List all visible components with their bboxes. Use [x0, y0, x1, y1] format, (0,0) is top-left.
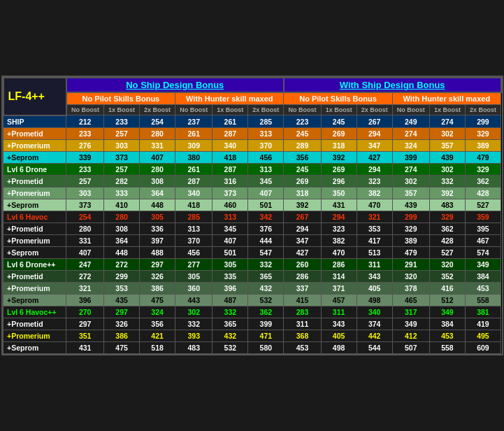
- row-label: +Promerium: [3, 330, 66, 341]
- title-cell: LF-4++: [3, 78, 66, 115]
- data-cell: 349: [465, 258, 501, 270]
- data-cell: 347: [284, 234, 321, 246]
- data-cell: 313: [248, 127, 284, 139]
- data-cell: 254: [140, 115, 175, 128]
- data-cell: 399: [392, 151, 429, 163]
- data-cell: 331: [140, 139, 175, 151]
- data-cell: 435: [104, 294, 140, 306]
- data-cell: 269: [321, 163, 357, 175]
- table-row: +Prometid2722993263053353652863143433203…: [3, 270, 501, 282]
- table-row: +Promerium351386421393432471368405442412…: [3, 330, 501, 341]
- data-cell: 498: [357, 294, 392, 306]
- table-row: +Prometid2803083363133453762943233533293…: [3, 222, 501, 234]
- data-cell: 448: [140, 199, 175, 211]
- row-label: +Seprom: [3, 199, 66, 211]
- row-label: +Seprom: [3, 151, 66, 163]
- data-cell: 285: [175, 211, 213, 222]
- data-cell: 527: [465, 199, 501, 211]
- data-cell: 294: [357, 163, 392, 175]
- data-cell: 313: [175, 222, 213, 234]
- data-cell: 483: [175, 341, 213, 353]
- data-cell: 274: [392, 163, 429, 175]
- data-cell: 487: [213, 294, 248, 306]
- data-cell: 287: [175, 175, 213, 187]
- data-cell: 285: [248, 115, 284, 128]
- data-cell: 313: [248, 163, 284, 175]
- data-cell: 574: [465, 246, 501, 258]
- data-cell: 274: [392, 127, 429, 139]
- data-cell: 532: [248, 294, 284, 306]
- data-cell: 261: [175, 163, 213, 175]
- data-cell: 544: [357, 341, 392, 353]
- boost-7: No Boost: [284, 105, 321, 115]
- row-label: +Prometid: [3, 270, 66, 282]
- table-row: SHIP212233254237261285223245267249274299: [3, 115, 501, 128]
- data-cell: 456: [175, 246, 213, 258]
- data-cell: 318: [321, 139, 357, 151]
- data-cell: 428: [465, 187, 501, 199]
- data-cell: 317: [392, 306, 429, 318]
- table-row: +Promerium321353386360396432337371405378…: [3, 282, 501, 294]
- data-cell: 331: [66, 234, 104, 246]
- data-cell: 501: [248, 199, 284, 211]
- table-row: +Promerium276303331309340370289318347324…: [3, 139, 501, 151]
- data-cell: 443: [175, 294, 213, 306]
- data-cell: 308: [104, 222, 140, 234]
- data-cell: 332: [429, 175, 465, 187]
- data-cell: 311: [357, 258, 392, 270]
- data-cell: 370: [175, 234, 213, 246]
- data-cell: 460: [213, 199, 248, 211]
- data-cell: 373: [104, 151, 140, 163]
- data-cell: 245: [284, 127, 321, 139]
- data-cell: 395: [465, 222, 501, 234]
- data-cell: 352: [429, 270, 465, 282]
- data-cell: 407: [140, 151, 175, 163]
- data-cell: 286: [284, 270, 321, 282]
- no-pilot-right: No Pilot Skills Bonus: [284, 92, 392, 105]
- data-cell: 267: [357, 115, 392, 128]
- data-cell: 294: [357, 127, 392, 139]
- table-row: +Seprom339373407380418456356392427399439…: [3, 151, 501, 163]
- row-label: +Prometid: [3, 175, 66, 187]
- boost-11: 1x Boost: [429, 105, 465, 115]
- data-cell: 336: [140, 222, 175, 234]
- data-cell: 470: [357, 199, 392, 211]
- data-cell: 287: [213, 163, 248, 175]
- data-cell: 396: [213, 282, 248, 294]
- data-cell: 340: [357, 306, 392, 318]
- no-pilot-left: No Pilot Skills Bonus: [66, 92, 175, 105]
- data-cell: 532: [213, 341, 248, 353]
- data-cell: 326: [104, 318, 140, 330]
- data-cell: 257: [104, 127, 140, 139]
- data-cell: 518: [140, 341, 175, 353]
- data-cell: 299: [392, 211, 429, 222]
- data-cell: 580: [248, 341, 284, 353]
- data-cell: 291: [392, 258, 429, 270]
- data-cell: 432: [248, 282, 284, 294]
- data-cell: 416: [429, 282, 465, 294]
- data-cell: 386: [104, 330, 140, 341]
- data-cell: 453: [429, 330, 465, 341]
- row-label: +Seprom: [3, 294, 66, 306]
- row-label: +Seprom: [3, 246, 66, 258]
- table-row: +Seprom396435475443487532415457498465512…: [3, 294, 501, 306]
- data-cell: 513: [357, 246, 392, 258]
- data-cell: 368: [284, 330, 321, 341]
- data-cell: 245: [284, 163, 321, 175]
- row-label: Lvl 6 Drone: [3, 163, 66, 175]
- data-cell: 297: [104, 306, 140, 318]
- data-cell: 364: [140, 187, 175, 199]
- data-cell: 261: [175, 127, 213, 139]
- data-cell: 374: [357, 318, 392, 330]
- data-cell: 233: [66, 127, 104, 139]
- data-cell: 360: [175, 282, 213, 294]
- data-cell: 418: [213, 151, 248, 163]
- data-cell: 314: [321, 270, 357, 282]
- data-cell: 427: [357, 151, 392, 163]
- data-cell: 257: [104, 163, 140, 175]
- data-cell: 212: [66, 115, 104, 128]
- data-cell: 318: [284, 187, 321, 199]
- data-cell: 247: [66, 258, 104, 270]
- data-cell: 442: [357, 330, 392, 341]
- data-cell: 277: [175, 258, 213, 270]
